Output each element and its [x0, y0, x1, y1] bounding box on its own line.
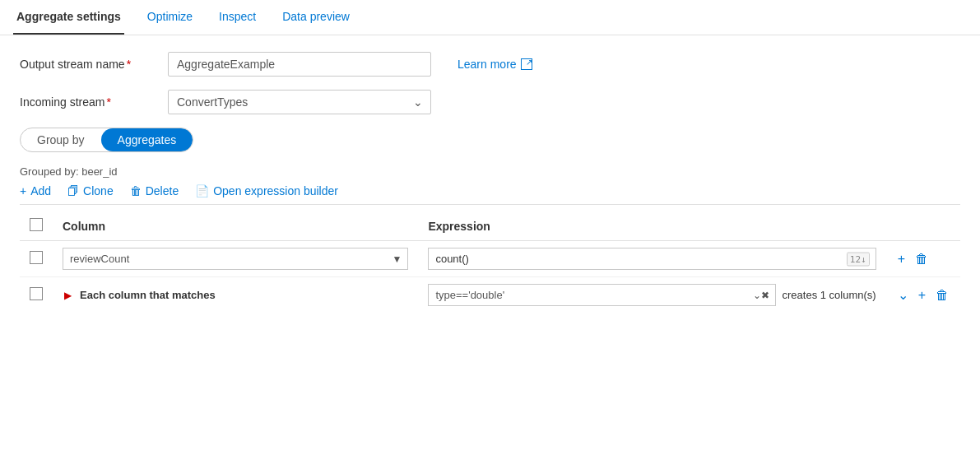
row2-checkbox-cell: [20, 277, 53, 313]
row1-actions-cell: + 🗑: [886, 241, 960, 277]
row2-expand-down-button[interactable]: ⌄: [896, 286, 910, 304]
row2-checkbox[interactable]: [30, 287, 43, 300]
incoming-stream-row: Incoming stream* ConvertTypes Stream1 St…: [20, 90, 960, 114]
tab-bar: Aggregate settings Optimize Inspect Data…: [0, 0, 980, 35]
checkbox-header: [20, 211, 53, 241]
incoming-stream-select-wrapper: ConvertTypes Stream1 Stream2 ⌄: [168, 90, 431, 114]
row1-expression-cell: 12↓: [418, 241, 885, 277]
row2-actions-cell: ⌄ + 🗑: [886, 277, 960, 313]
row1-column-select[interactable]: reviewCount: [63, 248, 408, 270]
aggregates-table: Column Expression: [20, 211, 960, 313]
column-header: Column: [53, 211, 418, 241]
expression-header: Expression: [418, 211, 885, 241]
tab-optimize[interactable]: Optimize: [144, 0, 196, 35]
tab-aggregate-settings[interactable]: Aggregate settings: [13, 0, 124, 35]
row1-expression-input[interactable]: [428, 248, 875, 270]
delete-icon: 🗑: [130, 184, 142, 197]
row2-match-select-wrapper: type=='double' ⌄✖: [428, 284, 775, 306]
row1-checkbox[interactable]: [30, 251, 43, 264]
output-stream-input[interactable]: [168, 52, 431, 77]
tab-data-preview[interactable]: Data preview: [279, 0, 353, 35]
add-button[interactable]: + Add: [20, 184, 51, 197]
select-all-checkbox[interactable]: [30, 218, 43, 231]
add-icon: +: [20, 184, 26, 197]
row2-match-select[interactable]: type=='double': [428, 284, 775, 306]
output-stream-label: Output stream name*: [20, 58, 168, 71]
table-row: ▶ Each column that matches type=='double…: [20, 277, 960, 313]
row2-add-button[interactable]: +: [917, 286, 927, 304]
expression-builder-icon: 📄: [195, 184, 209, 197]
table-header-row: Column Expression: [20, 211, 960, 241]
incoming-stream-label: Incoming stream*: [20, 95, 168, 109]
row1-expr-icon: 12↓: [847, 252, 870, 266]
row2-delete-button[interactable]: 🗑: [934, 286, 950, 304]
grouped-by-info: Grouped by: beer_id: [20, 165, 960, 178]
external-link-icon: [521, 58, 532, 70]
row1-checkbox-cell: [20, 241, 53, 277]
tab-inspect[interactable]: Inspect: [216, 0, 259, 35]
group-by-toggle[interactable]: Group by: [21, 128, 101, 151]
incoming-stream-select[interactable]: ConvertTypes Stream1 Stream2: [168, 90, 431, 114]
row1-expr-wrapper: 12↓: [428, 248, 875, 270]
actions-header: [886, 211, 960, 241]
clone-icon: 🗍: [67, 184, 79, 197]
row1-add-button[interactable]: +: [896, 250, 907, 268]
toggle-group: Group by Aggregates: [20, 128, 193, 152]
row2-expand-button[interactable]: ▶: [63, 288, 73, 303]
delete-button[interactable]: 🗑 Delete: [130, 184, 179, 197]
divider: [20, 204, 960, 205]
tabs-container: Aggregate settings Optimize Inspect Data…: [0, 0, 980, 329]
table-row: reviewCount ▼ 12↓: [20, 241, 960, 277]
row1-col-select-wrapper: reviewCount ▼: [63, 248, 408, 270]
output-stream-row: Output stream name* Learn more: [20, 52, 960, 77]
row1-column-cell: reviewCount ▼: [53, 241, 418, 277]
aggregates-toggle[interactable]: Aggregates: [101, 128, 193, 151]
row1-delete-button[interactable]: 🗑: [913, 250, 930, 268]
main-content: Output stream name* Learn more Incoming …: [0, 35, 980, 329]
row2-match-cell: ▶ Each column that matches: [53, 277, 418, 313]
toolbar: + Add 🗍 Clone 🗑 Delete 📄 Open expression…: [20, 184, 960, 197]
learn-more-link[interactable]: Learn more: [457, 58, 532, 71]
row2-match-select-cell: type=='double' ⌄✖ creates 1 column(s): [418, 277, 885, 313]
row2-match-text: Each column that matches: [80, 289, 216, 301]
open-expression-builder-button[interactable]: 📄 Open expression builder: [195, 184, 338, 197]
clone-button[interactable]: 🗍 Clone: [67, 184, 114, 197]
row2-creates-text: creates 1 column(s): [783, 289, 876, 301]
